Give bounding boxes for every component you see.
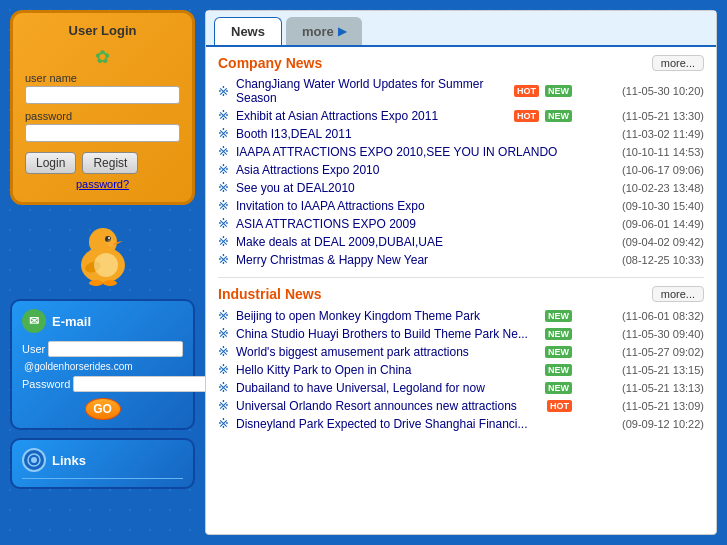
section-divider	[218, 277, 704, 278]
new-badge: NEW	[545, 85, 572, 97]
news-date: (09-09-12 10:22)	[584, 418, 704, 430]
username-label: user name	[25, 72, 180, 84]
news-link[interactable]: See you at DEAL2010	[236, 181, 572, 195]
email-user-row: User	[22, 341, 183, 357]
news-date: (09-04-02 09:42)	[584, 236, 704, 248]
news-date: (10-10-11 14:53)	[584, 146, 704, 158]
arrow-icon: ※	[218, 362, 232, 377]
email-go-button[interactable]: GO	[85, 398, 121, 420]
list-item: ※ Hello Kitty Park to Open in China NEW …	[218, 362, 704, 377]
industrial-news-more-button[interactable]: more...	[652, 286, 704, 302]
forgot-password-link[interactable]: password?	[25, 178, 180, 190]
company-news-more-button[interactable]: more...	[652, 55, 704, 71]
arrow-icon: ※	[218, 398, 232, 413]
news-link[interactable]: China Studio Huayi Brothers to Build The…	[236, 327, 539, 341]
login-button[interactable]: Login	[25, 152, 76, 174]
news-link[interactable]: Exhibit at Asian Attractions Expo 2011	[236, 109, 508, 123]
company-news-list: ※ ChangJiang Water World Updates for Sum…	[218, 77, 704, 267]
sidebar: User Login ✿ user name password Login Re…	[10, 10, 195, 535]
news-link[interactable]: IAAPA ATTRACTIONS EXPO 2010,SEE YOU IN O…	[236, 145, 572, 159]
news-link[interactable]: ChangJiang Water World Updates for Summe…	[236, 77, 508, 105]
svg-point-10	[31, 457, 37, 463]
news-link[interactable]: Invitation to IAAPA Attractions Expo	[236, 199, 572, 213]
clover-icon: ✿	[95, 47, 110, 67]
email-user-input[interactable]	[48, 341, 183, 357]
hot-badge: HOT	[547, 400, 572, 412]
list-item: ※ China Studio Huayi Brothers to Build T…	[218, 326, 704, 341]
arrow-icon: ※	[218, 198, 232, 213]
arrow-icon: ※	[218, 344, 232, 359]
news-date: (10-02-23 13:48)	[584, 182, 704, 194]
list-item: ※ Booth I13,DEAL 2011 (11-03-02 11:49)	[218, 126, 704, 141]
regist-button[interactable]: Regist	[82, 152, 138, 174]
list-item: ※ Asia Attractions Expo 2010 (10-06-17 0…	[218, 162, 704, 177]
list-item: ※ ASIA ATTRACTIONS EXPO 2009 (09-06-01 1…	[218, 216, 704, 231]
news-link[interactable]: Dubailand to have Universal, Legoland fo…	[236, 381, 539, 395]
new-badge: NEW	[545, 382, 572, 394]
email-password-row: Password	[22, 376, 183, 392]
news-link[interactable]: Booth I13,DEAL 2011	[236, 127, 572, 141]
list-item: ※ Dubailand to have Universal, Legoland …	[218, 380, 704, 395]
arrow-icon: ※	[218, 252, 232, 267]
news-link[interactable]: ASIA ATTRACTIONS EXPO 2009	[236, 217, 572, 231]
main-content: News more ▶ Company News more... ※ Chang…	[205, 10, 717, 535]
arrow-icon: ※	[218, 144, 232, 159]
news-date: (11-06-01 08:32)	[584, 310, 704, 322]
arrow-icon: ※	[218, 380, 232, 395]
news-date: (11-05-21 13:30)	[584, 110, 704, 122]
list-item: ※ Disneyland Park Expected to Drive Shan…	[218, 416, 704, 431]
arrow-icon: ※	[218, 416, 232, 431]
arrow-icon: ※	[218, 126, 232, 141]
arrow-icon: ※	[218, 216, 232, 231]
username-input[interactable]	[25, 86, 180, 104]
tab-news[interactable]: News	[214, 17, 282, 45]
news-link[interactable]: Make deals at DEAL 2009,DUBAI,UAE	[236, 235, 572, 249]
email-icon: ✉	[22, 309, 46, 333]
list-item: ※ World's biggest amusement park attract…	[218, 344, 704, 359]
list-item: ※ Exhibit at Asian Attractions Expo 2011…	[218, 108, 704, 123]
list-item: ※ IAAPA ATTRACTIONS EXPO 2010,SEE YOU IN…	[218, 144, 704, 159]
news-area: Company News more... ※ ChangJiang Water …	[206, 47, 716, 534]
company-news-header: Company News more...	[218, 55, 704, 71]
news-date: (11-05-21 13:13)	[584, 382, 704, 394]
news-date: (08-12-25 10:33)	[584, 254, 704, 266]
email-domain-row: @goldenhorserides.com	[22, 361, 183, 372]
news-link[interactable]: Merry Christmas & Happy New Year	[236, 253, 572, 267]
list-item: ※ Beijing to open Monkey Kingdom Theme P…	[218, 308, 704, 323]
industrial-news-header: Industrial News more...	[218, 286, 704, 302]
new-badge: NEW	[545, 328, 572, 340]
list-item: ※ Merry Christmas & Happy New Year (08-1…	[218, 252, 704, 267]
news-date: (09-10-30 15:40)	[584, 200, 704, 212]
news-date: (09-06-01 14:49)	[584, 218, 704, 230]
news-link[interactable]: Disneyland Park Expected to Drive Shangh…	[236, 417, 572, 431]
svg-point-6	[103, 280, 117, 286]
password-input[interactable]	[25, 124, 180, 142]
email-password-input[interactable]	[73, 376, 208, 392]
news-date: (11-03-02 11:49)	[584, 128, 704, 140]
email-domain-text: @goldenhorserides.com	[24, 361, 133, 372]
tab-more[interactable]: more ▶	[286, 17, 362, 45]
new-badge: NEW	[545, 310, 572, 322]
hot-badge: HOT	[514, 110, 539, 122]
email-user-label: User	[22, 343, 45, 355]
svg-point-7	[94, 253, 118, 277]
arrow-icon: ※	[218, 162, 232, 177]
list-item: ※ Make deals at DEAL 2009,DUBAI,UAE (09-…	[218, 234, 704, 249]
svg-point-8	[107, 239, 115, 247]
arrow-icon: ※	[218, 180, 232, 195]
news-date: (11-05-27 09:02)	[584, 346, 704, 358]
news-date: (10-06-17 09:06)	[584, 164, 704, 176]
list-item: ※ See you at DEAL2010 (10-02-23 13:48)	[218, 180, 704, 195]
news-date: (11-05-30 09:40)	[584, 328, 704, 340]
news-link[interactable]: Universal Orlando Resort announces new a…	[236, 399, 541, 413]
news-link[interactable]: Hello Kitty Park to Open in China	[236, 363, 539, 377]
news-date: (11-05-21 13:15)	[584, 364, 704, 376]
news-link[interactable]: Asia Attractions Expo 2010	[236, 163, 572, 177]
arrow-icon: ※	[218, 108, 232, 123]
news-link[interactable]: Beijing to open Monkey Kingdom Theme Par…	[236, 309, 539, 323]
email-password-label: Password	[22, 378, 70, 390]
links-title: Links	[22, 448, 183, 472]
news-link[interactable]: World's biggest amusement park attractio…	[236, 345, 539, 359]
list-item: ※ Universal Orlando Resort announces new…	[218, 398, 704, 413]
svg-point-3	[108, 237, 110, 239]
